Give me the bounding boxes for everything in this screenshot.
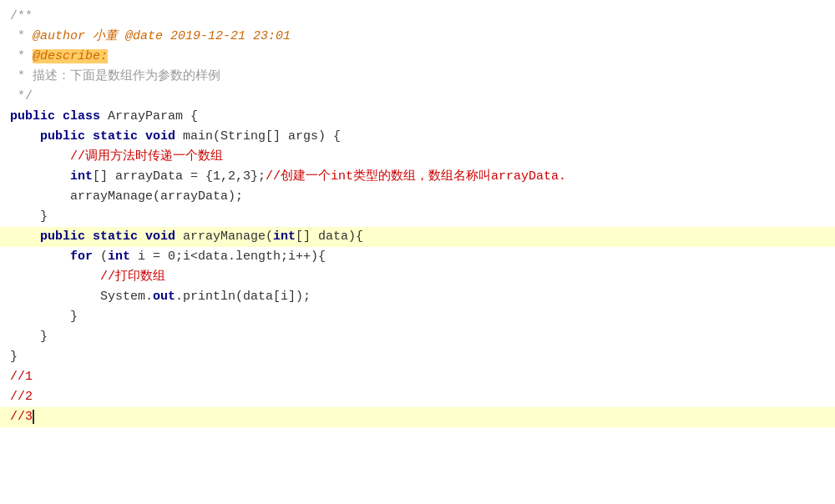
code-line-21: //3 bbox=[0, 407, 835, 427]
code-line-14: //打印数组 bbox=[0, 267, 835, 287]
code-line-20: //2 bbox=[0, 387, 835, 407]
code-line-10: arrayManage(arrayData); bbox=[0, 187, 835, 207]
code-line-17: } bbox=[0, 327, 835, 347]
code-line-3: * @describe: bbox=[0, 47, 835, 67]
code-line-19: //1 bbox=[0, 367, 835, 387]
code-line-6: public class ArrayParam { bbox=[0, 107, 835, 127]
code-editor: /** * @author 小董 @date 2019-12-21 23:01 … bbox=[0, 0, 835, 504]
code-line-7: public static void main(String[] args) { bbox=[0, 127, 835, 147]
code-line-15: System.out.println(data[i]); bbox=[0, 287, 835, 307]
code-line-1: /** bbox=[0, 7, 835, 27]
code-line-8: //调用方法时传递一个数组 bbox=[0, 147, 835, 167]
code-line-5: */ bbox=[0, 87, 835, 107]
code-line-2: * @author 小董 @date 2019-12-21 23:01 bbox=[0, 27, 835, 47]
code-line-9: int[] arrayData = {1,2,3};//创建一个int类型的数组… bbox=[0, 167, 835, 187]
code-line-16: } bbox=[0, 307, 835, 327]
code-line-18: } bbox=[0, 347, 835, 367]
code-line-12: public static void arrayManage(int[] dat… bbox=[0, 227, 835, 247]
code-line-11: } bbox=[0, 207, 835, 227]
code-line-4: * 描述：下面是数组作为参数的样例 bbox=[0, 67, 835, 87]
code-line-13: for (int i = 0;i<data.length;i++){ bbox=[0, 247, 835, 267]
